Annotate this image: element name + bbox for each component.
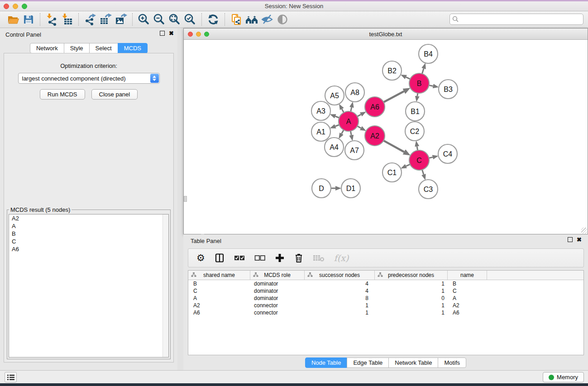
table-cell: 8 (305, 295, 375, 301)
window-resize-grip[interactable] (581, 228, 587, 234)
tab-select[interactable]: Select (89, 43, 118, 53)
graph-edge-A-A1[interactable] (335, 125, 339, 126)
result-list-item[interactable]: C (9, 238, 168, 245)
result-list-item[interactable]: A2 (9, 214, 168, 222)
graph-edge-C-C4[interactable] (429, 157, 432, 158)
zoom-out-button[interactable] (152, 13, 167, 26)
column-header-name[interactable]: name (448, 271, 487, 280)
tab-mcds[interactable]: MCDS (118, 43, 148, 53)
graph-node-label: B3 (444, 86, 453, 93)
show-graphics-details-button[interactable] (275, 13, 290, 26)
column-header-predecessor-nodes[interactable]: predecessor nodes (375, 271, 448, 280)
save-session-button[interactable] (21, 13, 36, 26)
fx-icon: f(x) (334, 253, 349, 263)
delete-table-icon (313, 254, 325, 262)
zoom-in-icon (138, 13, 150, 26)
delete-columns-button[interactable] (294, 252, 303, 264)
select-all-columns-button[interactable] (234, 252, 245, 264)
function-builder-button[interactable]: f(x) (334, 252, 349, 264)
network-from-file-button[interactable] (229, 13, 244, 26)
float-panel-icon[interactable] (160, 31, 165, 36)
result-list-scrollbar[interactable] (163, 214, 168, 357)
column-header-shared-name[interactable]: shared name (188, 271, 250, 280)
float-table-panel-icon[interactable] (568, 237, 573, 242)
create-column-button[interactable] (275, 252, 285, 264)
graph-node-label: A5 (330, 92, 339, 100)
copy-network-document-icon (230, 13, 243, 26)
graph-node-label: B (417, 80, 422, 87)
close-panel-button[interactable]: Close panel (91, 89, 138, 100)
toolbar-separator (201, 13, 202, 26)
graph-edge-A-A6[interactable] (357, 114, 361, 116)
desktop-strip-bottom (0, 383, 588, 386)
tab-node-table[interactable]: Node Table (305, 357, 348, 368)
result-list-item[interactable]: A (9, 222, 168, 230)
unselect-all-columns-button[interactable] (254, 252, 265, 264)
search-input[interactable] (449, 14, 583, 25)
close-panel-icon[interactable]: ✖ (169, 31, 174, 36)
import-table-button[interactable] (59, 13, 75, 26)
result-list-item[interactable]: B (9, 230, 168, 238)
graph-edge-A-A7[interactable] (350, 131, 351, 135)
apply-layout-button[interactable] (206, 13, 221, 26)
table-row[interactable]: Adominator80A (188, 295, 583, 302)
result-list-item[interactable]: A6 (9, 245, 168, 253)
graph-edge-A-A8[interactable] (351, 107, 352, 111)
table-row[interactable]: A2connector11A2 (188, 302, 583, 309)
delete-table-button[interactable] (313, 252, 325, 264)
open-session-button[interactable] (5, 13, 21, 26)
save-floppy-icon (22, 13, 35, 26)
memory-button[interactable]: Memory (543, 372, 584, 382)
graph-edge-A-A4[interactable] (342, 130, 344, 133)
export-image-button[interactable] (113, 13, 129, 26)
network-canvas[interactable]: B4B2BB3A8A5A6A3B1AC2A1A2A4A7C4CC1C3DD1 (184, 40, 588, 234)
graph-edge-C-C3[interactable] (422, 170, 424, 175)
zoom-selected-button[interactable] (182, 13, 198, 26)
graph-edge-B-B3[interactable] (429, 85, 433, 86)
table-row[interactable]: A6connector11A6 (188, 309, 583, 316)
control-panel: Control Panel ✖ NetworkStyleSelectMCDS O… (0, 28, 177, 370)
column-header-successor-nodes[interactable]: successor nodes (305, 271, 375, 280)
graph-edge-A-A2[interactable] (357, 126, 361, 128)
table-row[interactable]: Cdominator41C (188, 287, 583, 295)
graph-edge-C-C2[interactable] (417, 147, 417, 151)
graph-node-label: C4 (443, 150, 453, 158)
tab-network-table[interactable]: Network Table (388, 357, 438, 368)
hide-graphics-details-button[interactable] (259, 13, 275, 26)
show-columns-button[interactable] (215, 252, 225, 264)
graph-edge-A6-B[interactable] (383, 91, 404, 102)
home-pages-button[interactable] (244, 13, 259, 26)
zoom-fit-button[interactable] (167, 13, 182, 26)
zoom-in-button[interactable] (136, 13, 152, 26)
memory-status-icon (549, 375, 554, 380)
column-header-MCDS-role[interactable]: MCDS role (250, 271, 305, 280)
graph-edge-A-A5[interactable] (342, 109, 344, 113)
table-settings-button[interactable]: ⚙ (196, 252, 205, 264)
tab-network[interactable]: Network (30, 43, 64, 53)
graph-node-label: A6 (370, 103, 379, 111)
control-panel-header: Control Panel ✖ (0, 28, 177, 41)
tab-motifs[interactable]: Motifs (438, 357, 466, 368)
export-table-button[interactable] (98, 13, 113, 26)
close-table-panel-icon[interactable]: ✖ (577, 237, 582, 242)
network-window-titlebar[interactable]: testGlobe.txt (184, 29, 588, 40)
canvas-left-scrollbar-thumb[interactable] (184, 196, 187, 202)
tab-style[interactable]: Style (64, 43, 90, 53)
tab-edge-table[interactable]: Edge Table (347, 357, 389, 368)
task-history-button[interactable] (5, 372, 17, 382)
plus-icon (275, 253, 285, 263)
graph-edge-C-C1[interactable] (406, 164, 410, 166)
network-graph: B4B2BB3A8A5A6A3B1AC2A1A2A4A7C4CC1C3DD1 (184, 40, 588, 234)
export-network-button[interactable] (82, 13, 98, 26)
graph-edge-A2-C[interactable] (383, 141, 404, 152)
table-row[interactable]: Bdominator41B (188, 280, 583, 287)
optimization-criterion-select[interactable]: largest connected component (directed) (18, 73, 160, 84)
import-network-button[interactable] (44, 13, 59, 26)
run-mcds-button[interactable]: Run MCDS (40, 89, 85, 100)
node-table-header: shared nameMCDS rolesuccessor nodesprede… (188, 271, 583, 280)
graph-edge-B-B2[interactable] (406, 77, 410, 79)
mcds-result-title: MCDS result (5 nodes) (9, 206, 72, 213)
graph-edge-A-A3[interactable] (335, 116, 339, 118)
graph-edge-B-B4[interactable] (422, 68, 424, 73)
refresh-icon (207, 13, 220, 26)
